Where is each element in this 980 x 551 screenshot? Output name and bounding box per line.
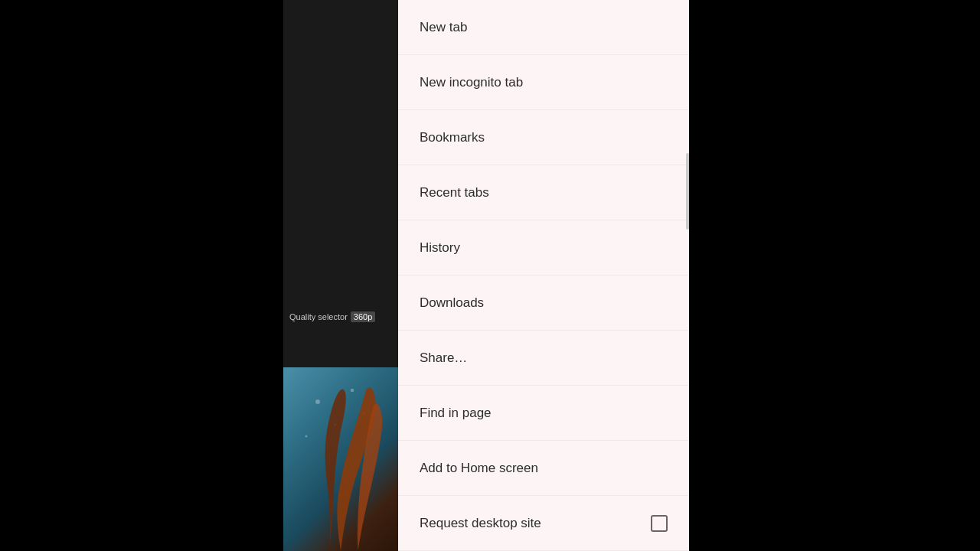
menu-item-label-new-incognito-tab: New incognito tab [420,75,523,90]
menu-item-history[interactable]: History [398,220,689,276]
video-thumbnail [283,367,398,551]
menu-item-new-incognito-tab[interactable]: New incognito tab [398,55,689,110]
context-menu: New tabNew incognito tabBookmarksRecent … [398,0,689,551]
video-top-area [283,0,398,214]
menu-item-label-find-in-page: Find in page [420,406,492,421]
claw-illustration [283,367,398,551]
menu-item-label-request-desktop: Request desktop site [420,516,541,531]
menu-item-label-share: Share… [420,350,467,366]
menu-item-bookmarks[interactable]: Bookmarks [398,110,689,165]
scrollbar[interactable] [686,153,689,230]
request-desktop-checkbox[interactable] [651,515,668,532]
quality-label: Quality selector [289,312,348,321]
menu-item-label-history: History [420,240,460,256]
menu-item-find-in-page[interactable]: Find in page [398,386,689,441]
menu-items-list: New tabNew incognito tabBookmarksRecent … [398,0,689,551]
menu-item-label-recent-tabs: Recent tabs [420,185,489,201]
menu-item-downloads[interactable]: Downloads [398,276,689,331]
menu-item-label-new-tab: New tab [420,20,467,35]
left-background [0,0,283,551]
svg-point-4 [305,435,308,438]
quality-value: 360p [351,311,375,322]
svg-point-0 [315,399,320,404]
svg-point-1 [351,389,354,393]
menu-item-label-bookmarks: Bookmarks [420,130,485,145]
menu-item-label-downloads: Downloads [420,295,484,311]
right-background [689,0,980,551]
menu-item-label-add-to-home: Add to Home screen [420,461,538,476]
menu-item-recent-tabs[interactable]: Recent tabs [398,165,689,220]
menu-item-new-tab[interactable]: New tab [398,0,689,55]
menu-item-request-desktop[interactable]: Request desktop site [398,496,689,551]
menu-item-add-to-home[interactable]: Add to Home screen [398,441,689,496]
browser-background: Quality selector 360p [283,0,398,551]
quality-selector[interactable]: Quality selector 360p [283,308,381,325]
menu-item-share[interactable]: Share… [398,331,689,386]
